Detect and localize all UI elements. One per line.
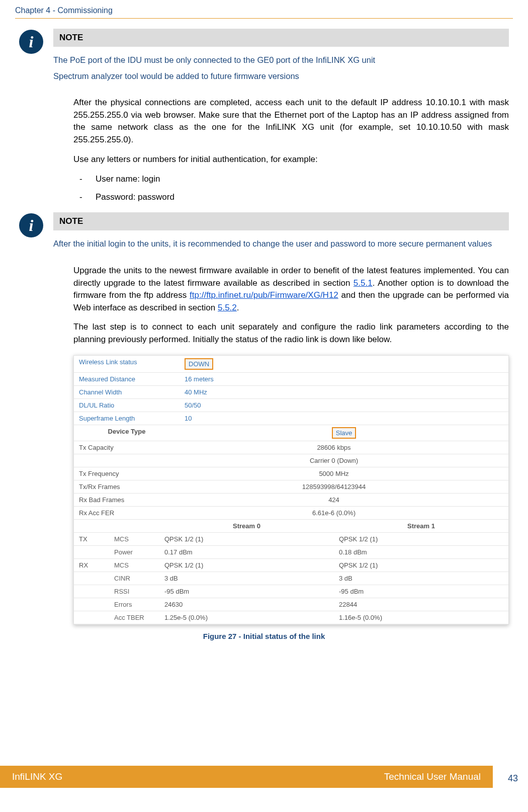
row-label [74, 454, 159, 467]
section-link[interactable]: 5.5.1 [354, 278, 373, 288]
table-row: DL/UL Ratio50/50 [74, 399, 508, 412]
table-row: CINR3 dB3 dB [74, 572, 508, 585]
row-value: 10 [180, 412, 508, 425]
figure-caption: Figure 27 - Initial status of the link [19, 632, 509, 640]
table-row: Wireless Link statusDOWN [74, 356, 508, 373]
text: . [237, 303, 239, 312]
row-value: 6.61e-6 (0.0%) [159, 507, 508, 519]
info-icon: i [19, 213, 43, 237]
row-value: Carrier 0 (Down) [159, 454, 508, 467]
row-label: Rx Bad Frames [74, 494, 159, 506]
table-row: TXMCSQPSK 1/2 (1)QPSK 1/2 (1) [74, 533, 508, 546]
table-row: Errors2463022844 [74, 598, 508, 611]
row-value: 128593998/64123944 [159, 480, 508, 493]
footer-right: Technical User Manual [384, 771, 481, 782]
group-cell: RX [74, 559, 109, 572]
stream0-value: 3 dB [159, 572, 334, 585]
row-label: Tx Capacity [74, 441, 159, 454]
table-row: RSSI-95 dBm-95 dBm [74, 585, 508, 598]
stream0-value: QPSK 1/2 (1) [159, 559, 334, 572]
stream1-value: 1.16e-5 (0.0%) [334, 611, 508, 624]
metric-label: RSSI [109, 585, 159, 598]
paragraph: Use any letters or numbers for initial a… [73, 153, 509, 166]
table-row: Superframe Length10 [74, 412, 508, 425]
group-cell [74, 598, 109, 611]
row-value: 16 meters [180, 373, 508, 385]
note-text: Spectrum analyzer tool would be added to… [53, 70, 509, 83]
stream0-value: 24630 [159, 598, 334, 611]
stream0-value: 0.17 dBm [159, 546, 334, 558]
row-value: 424 [159, 494, 508, 506]
note-block-1: i NOTE The PoE port of the IDU must be o… [19, 29, 509, 86]
stream0-value: 1.25e-5 (0.0%) [159, 611, 334, 624]
stream1-header: Stream 1 [334, 520, 508, 532]
group-cell [74, 572, 109, 585]
metric-label: Acc TBER [109, 611, 159, 624]
table-row: Tx Frequency5000 MHz [74, 467, 508, 480]
link-status-table: Wireless Link statusDOWNMeasured Distanc… [73, 355, 509, 625]
row-value: 28606 kbps [159, 441, 508, 454]
table-row: Power0.17 dBm0.18 dBm [74, 546, 508, 559]
row-label: Rx Acc FER [74, 507, 159, 519]
table-row: Channel Width40 MHz [74, 386, 508, 399]
metric-label: MCS [109, 559, 159, 572]
table-row: Tx Capacity28606 kbps [74, 441, 508, 454]
note-body: NOTE After the initial login to the unit… [53, 212, 509, 254]
list-text: User name: login [96, 174, 160, 184]
metric-label: Power [109, 546, 159, 558]
note-title: NOTE [53, 29, 509, 47]
slave-highlight: Slave [332, 427, 357, 439]
table-row: Rx Bad Frames424 [74, 494, 508, 507]
table-row: Rx Acc FER6.61e-6 (0.0%) [74, 507, 508, 520]
row-label: Tx Frequency [74, 467, 159, 480]
body-section: Upgrade the units to the newest firmware… [73, 265, 509, 346]
status-highlight: DOWN [185, 358, 213, 370]
note-text: After the initial login to the units, it… [53, 237, 509, 251]
list-item: -Password: password [73, 191, 509, 204]
paragraph: After the physical connections are compl… [73, 97, 509, 146]
row-label: Superframe Length [74, 412, 180, 425]
page-number: 43 [508, 773, 518, 784]
note-block-2: i NOTE After the initial login to the un… [19, 212, 509, 254]
stream1-value: -95 dBm [334, 585, 508, 598]
stream1-value: 3 dB [334, 572, 508, 585]
row-value: 50/50 [180, 399, 508, 412]
list-text: Password: password [96, 192, 174, 202]
ftp-link[interactable]: ftp://ftp.infinet.ru/pub/Firmware/XG/H12 [190, 290, 338, 300]
table-row: Carrier 0 (Down) [74, 454, 508, 467]
stream1-value: QPSK 1/2 (1) [334, 533, 508, 545]
note-body: NOTE The PoE port of the IDU must be onl… [53, 29, 509, 86]
paragraph: The last step is to connect to each unit… [73, 321, 509, 346]
content: i NOTE The PoE port of the IDU must be o… [0, 19, 528, 696]
info-icon: i [19, 30, 43, 54]
group-cell [74, 585, 109, 598]
device-type-row: Device Type Slave [74, 425, 508, 441]
row-label: Wireless Link status [74, 356, 180, 372]
row-value: DOWN [180, 356, 508, 372]
group-cell [74, 611, 109, 624]
list-item: -User name: login [73, 173, 509, 186]
row-label: DL/UL Ratio [74, 399, 180, 412]
table-row: RXMCSQPSK 1/2 (1)QPSK 1/2 (1) [74, 559, 508, 572]
table-row: Measured Distance16 meters [74, 373, 508, 386]
paragraph: Upgrade the units to the newest firmware… [73, 265, 509, 314]
footer-left: InfiLINK XG [12, 771, 62, 782]
stream0-value: QPSK 1/2 (1) [159, 533, 334, 545]
stream1-value: 0.18 dBm [334, 546, 508, 558]
row-label: Tx/Rx Frames [74, 480, 159, 493]
stream0-value: -95 dBm [159, 585, 334, 598]
group-cell: TX [74, 533, 109, 545]
group-cell [74, 546, 109, 558]
device-type-label: Device Type [74, 425, 180, 441]
metric-label: Errors [109, 598, 159, 611]
note-title: NOTE [53, 212, 509, 230]
section-link[interactable]: 5.5.2 [218, 303, 237, 312]
row-label: Channel Width [74, 386, 180, 398]
device-type-value: Slave [180, 425, 508, 441]
page-header: Chapter 4 - Commissioning [0, 0, 528, 18]
stream1-value: 22844 [334, 598, 508, 611]
row-value: 5000 MHz [159, 467, 508, 480]
stream0-header: Stream 0 [159, 520, 334, 532]
body-section: After the physical connections are compl… [73, 97, 509, 203]
table-row: Acc TBER1.25e-5 (0.0%)1.16e-5 (0.0%) [74, 611, 508, 624]
